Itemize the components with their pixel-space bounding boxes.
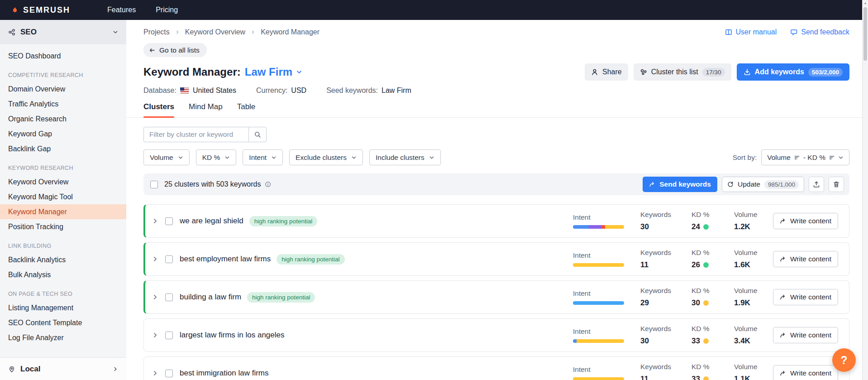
sidebar-item-traffic-analytics[interactable]: Traffic Analytics [0, 96, 126, 111]
expand-cluster-button[interactable] [152, 256, 158, 262]
sort-dropdown[interactable]: Volume - KD % [761, 149, 849, 165]
select-all-checkbox[interactable] [150, 181, 158, 188]
sidebar-item-keyword-gap[interactable]: Keyword Gap [0, 126, 126, 141]
chevron-right-icon [251, 30, 255, 34]
currency-label: Currency: [256, 87, 287, 95]
write-content-icon [780, 370, 786, 376]
sidebar-item-keyword-manager[interactable]: Keyword Manager [0, 204, 126, 219]
user-manual-link[interactable]: User manual [725, 28, 777, 36]
sidebar-item-domain-overview[interactable]: Domain Overview [0, 82, 126, 96]
intent-filter-label: Intent [249, 154, 267, 162]
intent-filter-dropdown[interactable]: Intent [243, 149, 283, 165]
cluster-count-badge: 17/30 [702, 68, 725, 77]
expand-cluster-button[interactable] [152, 294, 158, 300]
exclude-clusters-dropdown[interactable]: Exclude clusters [289, 149, 363, 165]
volume-filter-label: Volume [150, 154, 173, 162]
write-content-label: Write content [790, 255, 831, 263]
info-icon[interactable] [265, 181, 271, 188]
sidebar-seo-header[interactable]: SEO [0, 20, 126, 44]
sidebar-item-bulk-analysis[interactable]: Bulk Analysis [0, 267, 126, 282]
chevron-down-icon [178, 155, 183, 160]
breadcrumb-projects[interactable]: Projects [143, 28, 170, 36]
sidebar-item-backlink-gap[interactable]: Backlink Gap [0, 141, 126, 156]
cluster-name[interactable]: largest law firms in los angeles [180, 331, 284, 340]
sidebar-item-local[interactable]: Local [0, 357, 126, 380]
search-button[interactable] [248, 127, 267, 142]
breadcrumb-keyword-manager[interactable]: Keyword Manager [261, 28, 320, 36]
tab-table[interactable]: Table [237, 102, 256, 117]
write-content-button[interactable]: Write content [773, 289, 838, 305]
add-keywords-label: Add keywords [755, 68, 804, 76]
chevron-down-icon [113, 29, 118, 35]
write-content-button[interactable]: Write content [773, 327, 838, 343]
share-icon [591, 68, 598, 76]
send-feedback-label: Send feedback [801, 28, 849, 36]
cluster-checkbox[interactable] [165, 332, 173, 339]
scrollbar-thumb[interactable] [863, 7, 867, 61]
intent-label: Intent [573, 366, 624, 374]
vertical-scrollbar[interactable]: ▲ [862, 0, 868, 380]
share-button[interactable]: Share [585, 63, 628, 81]
cluster-checkbox[interactable] [165, 293, 173, 301]
write-content-button[interactable]: Write content [773, 251, 838, 267]
keywords-value: 11 [640, 260, 675, 269]
sidebar-item-listing-management[interactable]: Listing Management [0, 300, 126, 315]
cluster-name[interactable]: building a law firm [180, 293, 241, 302]
kd-value: 33 [692, 337, 700, 346]
include-clusters-dropdown[interactable]: Include clusters [369, 149, 441, 165]
cluster-this-list-button[interactable]: Cluster this list 17/30 [634, 63, 731, 81]
cluster-checkbox[interactable] [165, 217, 173, 225]
tab-label: Clusters [143, 102, 174, 111]
sidebar-item-keyword-overview[interactable]: Keyword Overview [0, 174, 126, 189]
filter-input[interactable] [143, 127, 248, 142]
sidebar-item-seo-content-template[interactable]: SEO Content Template [0, 315, 126, 330]
nav-features[interactable]: Features [107, 6, 136, 14]
scroll-up-arrow[interactable]: ▲ [863, 1, 868, 5]
breadcrumb-keyword-overview[interactable]: Keyword Overview [185, 28, 245, 36]
list-name-dropdown[interactable]: Law Firm [245, 66, 302, 78]
sidebar-section-link-building: LINK BUILDING [0, 243, 126, 249]
sidebar-item-organic-research[interactable]: Organic Research [0, 111, 126, 126]
write-content-button[interactable]: Write content [773, 365, 838, 380]
send-keywords-button[interactable]: Send keywords [643, 177, 717, 192]
sidebar: SEO SEO Dashboard COMPETITIVE RESEARCH D… [0, 20, 126, 380]
update-button[interactable]: Update 985/1,000 [722, 177, 804, 192]
delete-button[interactable] [829, 177, 844, 192]
add-keywords-button[interactable]: Add keywords 503/2,000 [737, 63, 849, 81]
keywords-value: 11 [640, 375, 675, 380]
write-content-button[interactable]: Write content [773, 213, 838, 229]
expand-cluster-button[interactable] [152, 332, 158, 338]
sidebar-item-backlink-analytics[interactable]: Backlink Analytics [0, 252, 126, 267]
export-button[interactable] [809, 177, 824, 192]
expand-cluster-button[interactable] [152, 370, 158, 376]
cluster-this-list-label: Cluster this list [651, 68, 698, 76]
write-content-label: Write content [790, 217, 831, 225]
go-to-all-lists-button[interactable]: Go to all lists [143, 43, 207, 57]
cluster-name[interactable]: best employment law firms [180, 255, 271, 264]
filter-bar: Volume KD % Intent Exclude clusters Incl… [143, 149, 849, 165]
tab-mind-map[interactable]: Mind Map [189, 102, 223, 117]
cluster-stats: Intent Keywords 29 KD % 30 Volume 1.9K [573, 287, 838, 308]
sidebar-item-position-tracking[interactable]: Position Tracking [0, 219, 126, 234]
help-button[interactable]: ? [832, 348, 856, 372]
cluster-checkbox[interactable] [165, 370, 173, 377]
chevron-right-icon [152, 332, 158, 338]
database-label: Database: [143, 87, 176, 95]
user-manual-label: User manual [736, 28, 777, 36]
write-content-label: Write content [790, 331, 831, 339]
tab-clusters[interactable]: Clusters [143, 102, 174, 117]
nav-pricing[interactable]: Pricing [156, 6, 178, 14]
cluster-name[interactable]: best immigration law firms [180, 369, 269, 378]
cluster-checkbox[interactable] [165, 255, 173, 263]
expand-cluster-button[interactable] [152, 218, 158, 224]
semrush-logo[interactable]: SEMRUSH [11, 5, 70, 15]
cluster-name[interactable]: we are legal shield [180, 216, 243, 226]
send-feedback-link[interactable]: Send feedback [790, 28, 849, 36]
kd-filter-dropdown[interactable]: KD % [196, 149, 237, 165]
sidebar-item-label: Backlink Analytics [8, 256, 66, 264]
sidebar-item-keyword-magic-tool[interactable]: Keyword Magic Tool [0, 189, 126, 204]
volume-column: Volume 1.9K [734, 287, 759, 308]
volume-filter-dropdown[interactable]: Volume [143, 149, 190, 165]
sidebar-item-log-file-analyzer[interactable]: Log File Analyzer [0, 330, 126, 345]
sidebar-item-seo-dashboard[interactable]: SEO Dashboard [0, 48, 126, 63]
